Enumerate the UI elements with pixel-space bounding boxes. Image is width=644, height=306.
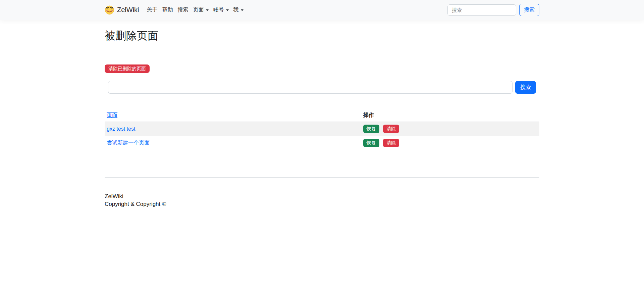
chevron-down-icon	[206, 9, 209, 11]
footer-brand: ZelWiki	[105, 192, 539, 200]
page-footer: ZelWiki Copyright & Copyright ©	[0, 178, 644, 208]
main-nav: 关于 帮助 搜索 页面 账号 我	[145, 4, 246, 16]
nav-item-help[interactable]: 帮助	[160, 4, 175, 16]
page-link[interactable]: gxz test test	[107, 126, 135, 132]
table-header-row: 页面 操作	[105, 109, 539, 122]
footer-copyright: Copyright & Copyright ©	[105, 200, 539, 208]
restore-button[interactable]: 恢复	[363, 139, 379, 147]
deleted-pages-table: 页面 操作 gxz test test 恢复 清除 尝试新建一个页面	[105, 109, 539, 150]
nav-item-search[interactable]: 搜索	[175, 4, 191, 16]
column-header-page-link[interactable]: 页面	[107, 112, 117, 118]
top-navbar: ZelWiki 关于 帮助 搜索 页面 账号 我 搜索	[0, 0, 644, 20]
table-row: 尝试新建一个页面 恢复 清除	[105, 136, 539, 150]
nav-dropdown-account[interactable]: 账号	[211, 4, 231, 16]
table-row: gxz test test 恢复 清除	[105, 122, 539, 136]
page-link[interactable]: 尝试新建一个页面	[107, 140, 150, 145]
restore-button[interactable]: 恢复	[363, 125, 379, 133]
main-content: 被删除页面 清除已删除的页面 搜索 页面 操作 gxz test test 恢复	[105, 20, 539, 178]
column-header-actions: 操作	[361, 109, 539, 122]
purge-deleted-pages-button[interactable]: 清除已删除的页面	[105, 64, 150, 73]
filter-search-input[interactable]	[108, 81, 513, 94]
page-filter-form: 搜索	[105, 81, 539, 94]
column-header-page: 页面	[105, 109, 361, 122]
purge-button[interactable]: 清除	[383, 125, 399, 133]
smirking-face-emoji-icon	[105, 5, 114, 15]
navbar-search-button[interactable]: 搜索	[519, 4, 539, 16]
chevron-down-icon	[241, 9, 244, 11]
nav-dropdown-pages[interactable]: 页面	[191, 4, 211, 16]
nav-dropdown-me[interactable]: 我	[231, 4, 246, 16]
navbar-search-form: 搜索	[447, 4, 539, 16]
navbar-search-input[interactable]	[447, 4, 516, 16]
page-title: 被删除页面	[105, 29, 539, 43]
chevron-down-icon	[226, 9, 229, 11]
brand-link[interactable]: ZelWiki	[105, 5, 139, 15]
purge-button[interactable]: 清除	[383, 139, 399, 147]
nav-item-about[interactable]: 关于	[145, 4, 160, 16]
filter-search-button[interactable]: 搜索	[515, 81, 536, 94]
brand-text: ZelWiki	[117, 6, 139, 14]
